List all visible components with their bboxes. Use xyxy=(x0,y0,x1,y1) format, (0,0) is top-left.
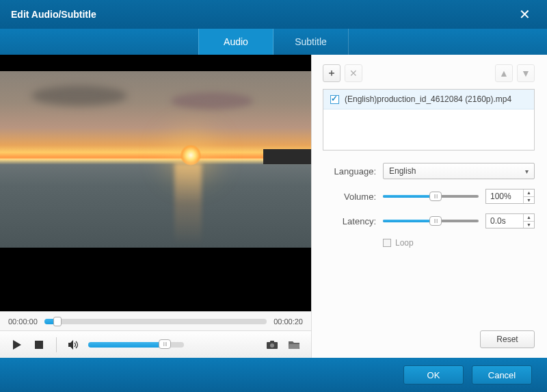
remove-track-button[interactable]: ✕ xyxy=(345,64,362,82)
seek-slider[interactable] xyxy=(44,319,267,324)
tab-bar: Audio Subtitle xyxy=(0,29,547,55)
track-checkbox[interactable] xyxy=(330,95,339,104)
move-down-button[interactable]: ▼ xyxy=(517,64,535,82)
latency-slider[interactable] xyxy=(383,220,479,222)
track-label: (English)production_id_4612084 (2160p).m… xyxy=(345,94,511,104)
volume-adjust-slider[interactable] xyxy=(383,195,479,198)
loop-label: Loop xyxy=(395,238,414,248)
svg-point-3 xyxy=(270,343,274,348)
latency-spinbox[interactable]: 0.0s▲▼ xyxy=(485,213,535,228)
add-track-button[interactable]: ＋ xyxy=(323,64,341,82)
svg-rect-2 xyxy=(270,341,274,343)
total-time: 00:00:20 xyxy=(274,317,303,326)
audio-settings-panel: ＋ ✕ ▲ ▼ (English)production_id_4612084 (… xyxy=(312,55,547,358)
spin-up-icon[interactable]: ▲ xyxy=(524,214,534,222)
title-bar: Edit Audio/Subtitle ✕ xyxy=(0,0,547,29)
video-preview[interactable] xyxy=(0,55,311,311)
dialog-footer: OK Cancel xyxy=(0,358,547,392)
volume-spinbox[interactable]: 100%▲▼ xyxy=(485,189,535,204)
volume-label: Volume: xyxy=(323,192,376,202)
volume-icon[interactable] xyxy=(66,337,81,352)
current-time: 00:00:00 xyxy=(8,317,38,326)
stop-icon[interactable] xyxy=(31,337,46,352)
loop-checkbox[interactable] xyxy=(383,239,391,247)
close-icon[interactable]: ✕ xyxy=(513,3,536,25)
latency-label: Latency: xyxy=(323,216,376,226)
playback-controls xyxy=(0,330,311,358)
spin-down-icon[interactable]: ▼ xyxy=(524,222,534,228)
language-label: Language: xyxy=(323,166,376,177)
track-item[interactable]: (English)production_id_4612084 (2160p).m… xyxy=(323,90,534,109)
cancel-button[interactable]: Cancel xyxy=(472,365,532,384)
volume-slider[interactable] xyxy=(88,342,184,348)
language-select[interactable]: English xyxy=(383,163,535,179)
track-list: (English)production_id_4612084 (2160p).m… xyxy=(323,89,535,151)
tab-audio[interactable]: Audio xyxy=(198,29,274,55)
spin-down-icon[interactable]: ▼ xyxy=(524,197,534,204)
svg-rect-0 xyxy=(35,341,43,349)
move-up-button[interactable]: ▲ xyxy=(495,64,513,82)
reset-button[interactable]: Reset xyxy=(480,330,535,348)
snapshot-icon[interactable] xyxy=(265,337,280,352)
folder-icon[interactable] xyxy=(286,337,302,352)
ok-button[interactable]: OK xyxy=(403,365,464,384)
spin-up-icon[interactable]: ▲ xyxy=(524,190,534,197)
playback-progress: 00:00:00 00:00:20 xyxy=(0,311,311,330)
play-icon[interactable] xyxy=(10,337,25,352)
preview-panel: 00:00:00 00:00:20 xyxy=(0,55,312,358)
tab-subtitle[interactable]: Subtitle xyxy=(274,29,349,55)
window-title: Edit Audio/Subtitle xyxy=(11,9,513,20)
